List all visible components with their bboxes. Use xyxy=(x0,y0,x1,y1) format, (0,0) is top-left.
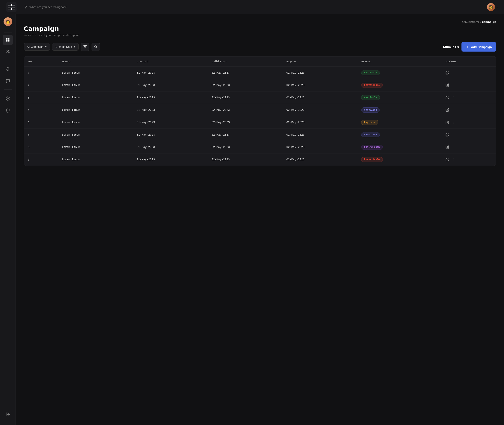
svg-rect-12 xyxy=(6,40,7,41)
campaign-filter-dropdown[interactable]: All Campaign ▾ xyxy=(24,43,50,51)
sidebar-item-dashboard[interactable] xyxy=(3,35,13,45)
sidebar-item-messages[interactable] xyxy=(3,76,13,86)
cell-expire: 02-May-2023 xyxy=(282,104,357,116)
cell-expire: 02-May-2023 xyxy=(282,153,357,166)
breadcrumb-current: Campaign xyxy=(482,20,496,23)
cell-actions xyxy=(442,116,496,129)
cell-status: Cancelled xyxy=(357,129,442,141)
sidebar-item-logout[interactable] xyxy=(3,409,13,419)
actions-cell xyxy=(445,71,492,75)
cell-status: Unavailable xyxy=(357,153,442,166)
logout-icon xyxy=(6,412,10,417)
date-filter-dropdown[interactable]: Created Date ▾ xyxy=(52,43,78,51)
cell-expire: 02-May-2023 xyxy=(282,67,357,79)
more-icon[interactable] xyxy=(451,83,455,87)
edit-icon[interactable] xyxy=(445,133,449,137)
cell-no: 4 xyxy=(24,104,58,116)
cell-created: 01-May-2023 xyxy=(133,129,208,141)
table-row: 5 Lorem Ipsum 01-May-2023 02-May-2023 02… xyxy=(24,141,496,153)
status-badge: Cancelled xyxy=(361,107,380,113)
svg-point-16 xyxy=(7,98,8,99)
search-icon-button[interactable] xyxy=(92,43,100,51)
actions-cell xyxy=(445,108,492,112)
actions-cell xyxy=(445,83,492,87)
svg-rect-10 xyxy=(6,38,7,40)
svg-rect-9 xyxy=(11,8,12,10)
edit-icon[interactable] xyxy=(445,96,449,99)
svg-rect-13 xyxy=(8,40,9,41)
actions-cell xyxy=(445,96,492,99)
col-no: No xyxy=(24,56,58,67)
breadcrumb-separator: / xyxy=(479,20,482,23)
svg-point-33 xyxy=(453,121,453,122)
edit-icon[interactable] xyxy=(445,121,449,124)
table-body: 1 Lorem Ipsum 01-May-2023 02-May-2023 02… xyxy=(24,67,496,166)
breadcrumb: Administrator / Campaign xyxy=(24,20,496,23)
table-row: 1 Lorem Ipsum 01-May-2023 02-May-2023 02… xyxy=(24,67,496,79)
campaigns-table: No Name Created Valid From Expire Status… xyxy=(24,56,496,166)
cell-created: 01-May-2023 xyxy=(133,153,208,166)
svg-point-22 xyxy=(453,73,453,73)
filter-icon-button[interactable] xyxy=(81,43,89,51)
logo-area xyxy=(6,2,17,12)
cell-actions xyxy=(442,79,496,92)
cell-valid-from: 02-May-2023 xyxy=(208,79,282,92)
cell-valid-from: 02-May-2023 xyxy=(208,92,282,104)
sidebar-item-notifications[interactable] xyxy=(3,64,13,74)
col-created: Created xyxy=(133,56,208,67)
chevron-down-icon: ▾ xyxy=(45,46,47,48)
edit-icon[interactable] xyxy=(445,146,449,149)
svg-point-36 xyxy=(453,134,453,134)
edit-icon[interactable] xyxy=(445,158,449,161)
svg-point-28 xyxy=(453,97,453,98)
table-row: 3 Lorem Ipsum 01-May-2023 02-May-2023 02… xyxy=(24,92,496,104)
svg-point-24 xyxy=(453,84,453,84)
table-row: 6 Lorem Ipsum 01-May-2023 02-May-2023 02… xyxy=(24,129,496,141)
status-badge: Available xyxy=(361,95,380,100)
user-menu[interactable]: 🧑 ▾ xyxy=(487,3,498,11)
col-name: Name xyxy=(58,56,133,67)
more-icon[interactable] xyxy=(451,121,455,124)
svg-point-14 xyxy=(7,50,8,51)
svg-point-27 xyxy=(453,96,453,97)
cell-actions xyxy=(442,92,496,104)
cell-status: Unavailable xyxy=(357,79,442,92)
gear-icon xyxy=(6,96,10,101)
campaign-filter-label: All Campaign xyxy=(27,45,43,48)
svg-point-26 xyxy=(453,86,453,86)
sidebar-item-users[interactable] xyxy=(3,47,13,57)
actions-cell xyxy=(445,121,492,124)
add-campaign-button[interactable]: ＋ Add Campaign xyxy=(462,42,496,52)
search-input[interactable] xyxy=(29,5,484,9)
cell-no: 5 xyxy=(24,141,58,153)
edit-icon[interactable] xyxy=(445,71,449,75)
edit-icon[interactable] xyxy=(445,108,449,112)
more-icon[interactable] xyxy=(451,108,455,112)
more-icon[interactable] xyxy=(451,146,455,149)
cell-name: Lorem Ipsum xyxy=(58,79,133,92)
chevron-down-icon-date: ▾ xyxy=(74,46,75,48)
sidebar-divider-top xyxy=(4,32,12,33)
edit-icon[interactable] xyxy=(445,83,449,87)
actions-cell xyxy=(445,158,492,161)
sidebar-item-security[interactable] xyxy=(3,105,13,115)
cell-created: 01-May-2023 xyxy=(133,67,208,79)
svg-point-21 xyxy=(453,72,453,72)
showing-count: 6 xyxy=(457,45,459,48)
svg-marker-18 xyxy=(83,46,87,48)
more-icon[interactable] xyxy=(451,158,455,161)
chevron-down-icon: ▾ xyxy=(497,6,498,8)
cell-no: 6 xyxy=(24,129,58,141)
sidebar-avatar: 🧑 xyxy=(4,17,12,26)
search-icon: ⚲ xyxy=(24,5,27,9)
more-icon[interactable] xyxy=(451,71,455,75)
more-icon[interactable] xyxy=(451,133,455,137)
status-badge: Unavailable xyxy=(361,83,383,88)
topnav: ⚲ 🧑 ▾ xyxy=(0,0,504,14)
sidebar-item-settings[interactable] xyxy=(3,93,13,104)
more-icon[interactable] xyxy=(451,96,455,99)
cell-status: Coming Soon xyxy=(357,141,442,153)
svg-line-20 xyxy=(96,47,97,48)
cell-status: Available xyxy=(357,67,442,79)
bell-icon xyxy=(6,67,10,71)
